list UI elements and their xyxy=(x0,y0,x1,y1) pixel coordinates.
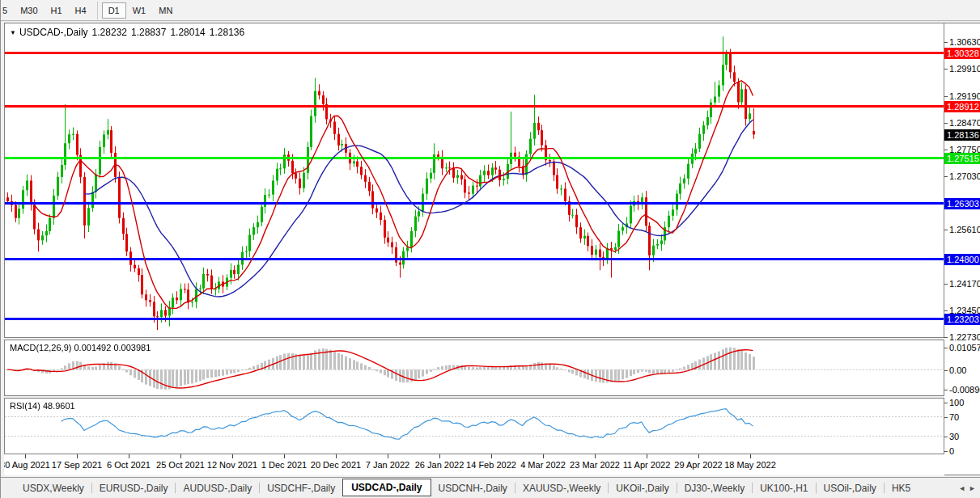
chart-tab-uk100-h1[interactable]: UK100-,H1 xyxy=(753,479,815,497)
rsi-axis-label: 0 xyxy=(949,446,954,457)
date-axis-label: 30 Aug 2021 xyxy=(4,460,50,470)
macd-indicator-panel: MACD(12,26,9) 0.001492 0.003981 xyxy=(4,340,944,396)
timeframe-button-d1[interactable]: D1 xyxy=(102,2,126,19)
macd-axis-label: -0.00896 xyxy=(949,385,980,395)
date-axis-tick xyxy=(439,454,440,458)
rsi-canvas[interactable] xyxy=(5,399,944,454)
toolbar-separator xyxy=(97,2,98,19)
chart-tab-usoil-daily[interactable]: USOil-,Daily xyxy=(817,479,884,497)
date-axis-label: 14 Feb 2022 xyxy=(466,460,516,470)
ohlc-high: 1.28837 xyxy=(131,27,166,38)
chart-tab-bar: USDX,WeeklyEURUSD-,DailyAUDUSD-,DailyUSD… xyxy=(1,477,980,498)
date-axis-label: 12 Nov 2021 xyxy=(207,460,257,470)
chart-tab-hk5[interactable]: HK5 xyxy=(885,479,918,497)
date-axis-tick xyxy=(180,454,181,458)
tab-scroll-arrows: ◄► xyxy=(958,484,980,492)
price-level-tag: 1.24800 xyxy=(944,254,980,265)
rsi-axis-tick xyxy=(944,403,948,403)
timeframe-button-h4[interactable]: H4 xyxy=(69,2,93,19)
price-axis-tick xyxy=(944,69,948,70)
ohlc-close: 1.28136 xyxy=(210,27,244,38)
macd-axis-tick xyxy=(944,390,948,390)
date-axis-label: 17 Sep 2021 xyxy=(52,460,102,470)
price-axis-tick xyxy=(944,42,948,43)
current-price-tag: 1.28136 xyxy=(944,129,980,141)
timeframe-button-5[interactable]: 5 xyxy=(0,2,14,19)
chart-tab-audusd-daily[interactable]: AUDUSD-,Daily xyxy=(176,479,259,497)
price-axis[interactable]: 1.306301.299101.291901.284701.277501.270… xyxy=(944,23,980,475)
chart-tab-usdchf-daily[interactable]: USDCHF-,Daily xyxy=(260,479,342,497)
date-axis-label: 11 Apr 2022 xyxy=(623,460,671,470)
timeframe-button-h1[interactable]: H1 xyxy=(45,2,69,19)
date-axis-tick xyxy=(388,454,388,458)
price-axis-label: 1.27030 xyxy=(949,171,980,182)
price-axis-tick xyxy=(944,284,948,285)
date-axis-label: 18 May 2022 xyxy=(724,460,776,470)
price-chart-panel: ▼USDCAD-,Daily1.282321.288371.280141.281… xyxy=(4,23,944,338)
price-axis-label: 1.29910 xyxy=(949,64,980,74)
price-axis-tick xyxy=(944,176,948,177)
timeframe-button-m30[interactable]: M30 xyxy=(14,2,44,19)
price-level-tag: 1.28912 xyxy=(944,101,980,112)
date-axis-tick xyxy=(698,454,699,458)
rsi-axis-label: 70 xyxy=(949,412,959,423)
chart-tab-xauusd-weekly[interactable]: XAUUSD-,Weekly xyxy=(515,479,608,497)
date-axis-tick xyxy=(543,454,544,458)
date-axis-label: 25 Oct 2021 xyxy=(156,460,205,470)
date-axis-label: 1 Dec 2021 xyxy=(261,460,307,470)
price-level-tag: 1.26303 xyxy=(944,198,980,209)
macd-axis-tick xyxy=(944,370,948,371)
chart-tab-usdcad-daily[interactable]: USDCAD-,Daily xyxy=(342,479,431,496)
macd-label: MACD(12,26,9) 0.001492 0.003981 xyxy=(10,343,151,352)
date-axis[interactable]: 30 Aug 202117 Sep 20216 Oct 202125 Oct 2… xyxy=(4,454,944,475)
rsi-axis-tick xyxy=(944,417,948,418)
panel-splitter[interactable] xyxy=(1,395,980,397)
ohlc-low: 1.28014 xyxy=(170,27,205,38)
timeframe-button-mn[interactable]: MN xyxy=(152,2,179,19)
price-axis-label: 1.22730 xyxy=(949,332,980,343)
date-axis-tick xyxy=(284,454,285,458)
symbol-dropdown-icon[interactable]: ▼ xyxy=(10,29,16,36)
date-axis-label: 7 Jan 2022 xyxy=(366,460,409,470)
price-axis-tick xyxy=(944,310,948,311)
date-axis-tick xyxy=(750,454,751,458)
date-axis-tick xyxy=(77,454,78,458)
chart-tab-dj30-weekly[interactable]: DJ30-,Weekly xyxy=(677,479,752,497)
rsi-indicator-panel: RSI(14) 48.9601 xyxy=(4,398,944,454)
date-axis-label: 23 Mar 2022 xyxy=(570,460,620,470)
price-axis-tick xyxy=(944,150,948,150)
price-axis-tick xyxy=(944,96,948,97)
macd-axis-label: 0.00 xyxy=(949,365,966,376)
tab-scroll-left-icon[interactable]: ◄ xyxy=(958,484,965,492)
price-axis-tick xyxy=(944,123,948,124)
chart-tab-ukoil-daily[interactable]: UKOil-,Daily xyxy=(609,479,676,497)
price-axis-label: 1.30630 xyxy=(949,37,980,48)
date-axis-label: 29 Apr 2022 xyxy=(674,460,722,470)
date-axis-label: 6 Oct 2021 xyxy=(107,460,151,470)
date-axis-tick xyxy=(595,454,596,458)
timeframe-button-w1[interactable]: W1 xyxy=(126,2,153,19)
rsi-label: RSI(14) 48.9601 xyxy=(10,401,75,411)
price-axis-label: 1.25610 xyxy=(949,225,980,235)
date-axis-tick xyxy=(647,454,647,458)
date-axis-label: 4 Mar 2022 xyxy=(520,460,566,470)
chart-symbol-label: USDCAD-,Daily xyxy=(19,27,88,38)
rsi-axis-tick xyxy=(944,451,948,452)
rsi-axis-tick xyxy=(944,437,948,437)
tab-scroll-right-icon[interactable]: ► xyxy=(969,484,976,492)
macd-axis-label: 0.010578 xyxy=(949,343,980,353)
price-level-tag: 1.30328 xyxy=(944,48,980,59)
date-axis-label: 20 Dec 2021 xyxy=(311,460,361,470)
chart-tab-eurusd-daily[interactable]: EURUSD-,Daily xyxy=(92,479,176,497)
rsi-axis-label: 30 xyxy=(949,432,959,442)
chart-tab-usdcnh-daily[interactable]: USDCNH-,Daily xyxy=(431,479,515,497)
chart-tab-usdx-weekly[interactable]: USDX,Weekly xyxy=(15,479,91,497)
date-axis-tick xyxy=(25,454,26,458)
chart-header: ▼USDCAD-,Daily1.282321.288371.280141.281… xyxy=(10,27,244,38)
date-axis-label: 26 Jan 2022 xyxy=(415,460,465,470)
price-chart-canvas[interactable] xyxy=(5,23,944,337)
panel-splitter[interactable] xyxy=(1,336,980,339)
date-axis-tick xyxy=(336,454,337,458)
date-axis-tick xyxy=(232,454,233,458)
price-axis-label: 1.24170 xyxy=(949,279,980,289)
